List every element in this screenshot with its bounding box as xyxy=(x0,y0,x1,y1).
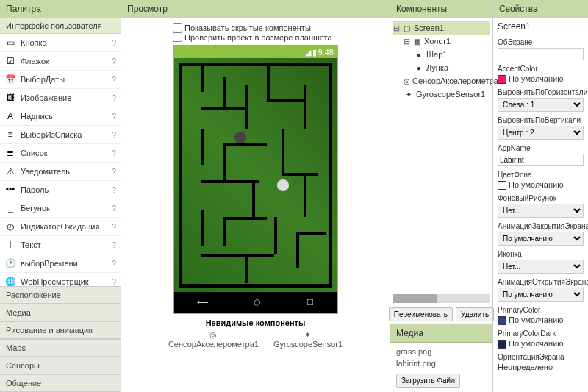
invisible-item-label: СенсорАкселерометра1 xyxy=(168,340,259,349)
valign-label: ВыровнятьПоВертикали xyxy=(498,116,584,124)
help-icon[interactable]: ? xyxy=(112,223,116,231)
halign-select[interactable]: Слева : 1 xyxy=(498,98,584,112)
palette-item-label: Текст xyxy=(21,240,112,249)
about-label: ОбЭкране xyxy=(498,38,584,46)
palette-item-label: Флажок xyxy=(21,57,112,65)
upload-button[interactable]: Загрузить Файл xyxy=(396,374,460,388)
media-list: grass.png labirint.png Загрузить Файл xyxy=(390,343,492,392)
show-hidden-checkbox[interactable] xyxy=(173,23,182,32)
tree-node-hole[interactable]: ●Лунка xyxy=(393,61,490,74)
help-icon[interactable]: ? xyxy=(112,186,116,194)
help-icon[interactable]: ? xyxy=(112,39,116,47)
palette-item[interactable]: 📅ВыборДаты? xyxy=(0,71,121,89)
about-input[interactable] xyxy=(498,48,584,60)
recent-icon[interactable]: ☐ xyxy=(306,298,314,307)
tree-node-canvas[interactable]: ⊟▦Холст1 xyxy=(393,35,490,48)
rename-button[interactable]: Переименовать xyxy=(389,307,453,321)
palette-category[interactable]: Расположение xyxy=(0,286,121,304)
openanim-select[interactable]: По умолчанию xyxy=(498,288,584,302)
closeanim-label: АнимацияЗакрытияЭкрана xyxy=(498,222,584,230)
tablet-size-label: Проверить проект в размере планшета xyxy=(184,33,332,42)
palette-item[interactable]: •••Пароль? xyxy=(0,181,121,199)
viewer-title: Просмотр xyxy=(121,0,390,18)
tree-node-screen[interactable]: ⊟▢Screen1 xyxy=(393,21,490,35)
help-icon[interactable]: ? xyxy=(112,260,116,268)
palette-item[interactable]: AНадпись? xyxy=(0,107,121,126)
clock-text: 9:48 xyxy=(318,48,334,57)
component-icon: ⚠ xyxy=(4,165,16,177)
properties-object: Screen1 xyxy=(498,21,584,35)
invisible-item-label: GyroscopeSensor1 xyxy=(273,340,343,349)
show-hidden-label: Показывать скрытые компоненты xyxy=(184,24,311,32)
help-icon[interactable]: ? xyxy=(112,131,116,139)
valign-select[interactable]: Центр : 2 xyxy=(498,126,584,140)
palette-item[interactable]: ⎯Бегунок? xyxy=(0,199,121,218)
screen-icon: ▢ xyxy=(401,23,412,33)
media-file[interactable]: labirint.png xyxy=(396,357,487,369)
tree-node-gyro[interactable]: ✦GyroscopeSensor1 xyxy=(393,88,490,101)
component-tree: ⊟▢Screen1 ⊟▦Холст1 ●Шар1 ●Лунка ◎СенсорА… xyxy=(390,18,492,293)
components-panel: Компоненты ⊟▢Screen1 ⊟▦Холст1 ●Шар1 ●Лун… xyxy=(390,0,492,392)
tablet-size-checkbox[interactable] xyxy=(173,32,182,42)
icon-label: Иконка xyxy=(498,250,584,258)
closeanim-select[interactable]: По умолчанию xyxy=(498,232,584,246)
palette-item[interactable]: 🖼Изображение? xyxy=(0,89,121,107)
component-icon: ☑ xyxy=(4,55,16,67)
horizontal-scrollbar[interactable] xyxy=(393,294,490,303)
help-icon[interactable]: ? xyxy=(112,149,116,157)
help-icon[interactable]: ? xyxy=(112,94,116,102)
palette-item-label: Кнопка xyxy=(21,38,112,47)
palette-item-label: Уведомитель xyxy=(21,167,112,176)
icon-select[interactable]: Нет... xyxy=(498,260,584,274)
palette-item[interactable]: 🕐выборВремени? xyxy=(0,254,121,273)
tree-node-accel[interactable]: ◎СенсорАкселерометра1 xyxy=(393,74,490,88)
ball-icon: ● xyxy=(414,63,424,73)
color-swatch-icon[interactable] xyxy=(498,316,506,325)
palette-item[interactable]: IТекст? xyxy=(0,236,121,254)
palette-item-label: Бегунок xyxy=(21,204,112,213)
palette-panel: Палитра Интерфейс пользователя ▭Кнопка?☑… xyxy=(0,0,121,392)
delete-button[interactable]: Удалить xyxy=(456,307,494,321)
palette-item[interactable]: ⚠Уведомитель? xyxy=(0,163,121,181)
media-file[interactable]: grass.png xyxy=(396,346,487,357)
color-swatch-icon[interactable] xyxy=(498,340,506,349)
palette-item[interactable]: ≣Список? xyxy=(0,144,121,163)
palette-item-label: WebПросмотрщик xyxy=(21,277,112,286)
canvas-preview xyxy=(174,58,337,292)
tree-node-ball[interactable]: ●Шар1 xyxy=(393,48,490,61)
palette-item[interactable]: ☑Флажок? xyxy=(0,52,121,71)
back-icon[interactable]: ⟵ xyxy=(197,298,209,307)
viewer-panel: Просмотр Показывать скрытые компоненты П… xyxy=(121,0,390,392)
home-icon[interactable]: ⬠ xyxy=(254,298,261,307)
palette-item[interactable]: ▭Кнопка? xyxy=(0,34,121,52)
phone-preview: ◢ ▮ 9:48 xyxy=(173,45,338,314)
help-icon[interactable]: ? xyxy=(112,57,116,65)
palette-item[interactable]: 🌐WebПросмотрщик? xyxy=(0,273,121,286)
appname-label: AppName xyxy=(498,144,584,152)
palette-category[interactable]: Сенсоры xyxy=(0,357,121,374)
palette-item-label: Список xyxy=(21,149,112,157)
color-swatch-icon[interactable] xyxy=(498,75,506,84)
openanim-label: АнимацияОткрытияЭкрана xyxy=(498,278,584,286)
signal-icon: ▮ xyxy=(312,48,317,57)
palette-item[interactable]: ≡ВыборИзСписка? xyxy=(0,126,121,144)
palette-category[interactable]: Общение xyxy=(0,374,121,392)
help-icon[interactable]: ? xyxy=(112,113,116,121)
palette-item[interactable]: ◴ИндикаторОжидания? xyxy=(0,218,121,236)
help-icon[interactable]: ? xyxy=(112,168,116,176)
help-icon[interactable]: ? xyxy=(112,76,116,84)
palette-section[interactable]: Интерфейс пользователя xyxy=(0,18,121,34)
help-icon[interactable]: ? xyxy=(112,241,116,249)
palette-category[interactable]: Maps xyxy=(0,339,121,357)
accel-icon: ◎ xyxy=(404,76,410,86)
palette-category[interactable]: Медиа xyxy=(0,304,121,321)
help-icon[interactable]: ? xyxy=(112,278,116,286)
palette-category[interactable]: Рисование и анимация xyxy=(0,321,121,339)
component-icon: 🕐 xyxy=(4,257,16,269)
bgimage-select[interactable]: Нет... xyxy=(498,204,584,218)
android-navbar: ⟵ ⬠ ☐ xyxy=(174,292,337,313)
help-icon[interactable]: ? xyxy=(112,204,116,213)
color-swatch-icon[interactable] xyxy=(498,181,506,190)
appname-input[interactable] xyxy=(498,154,584,166)
gyro-icon: ✦ xyxy=(304,330,311,340)
